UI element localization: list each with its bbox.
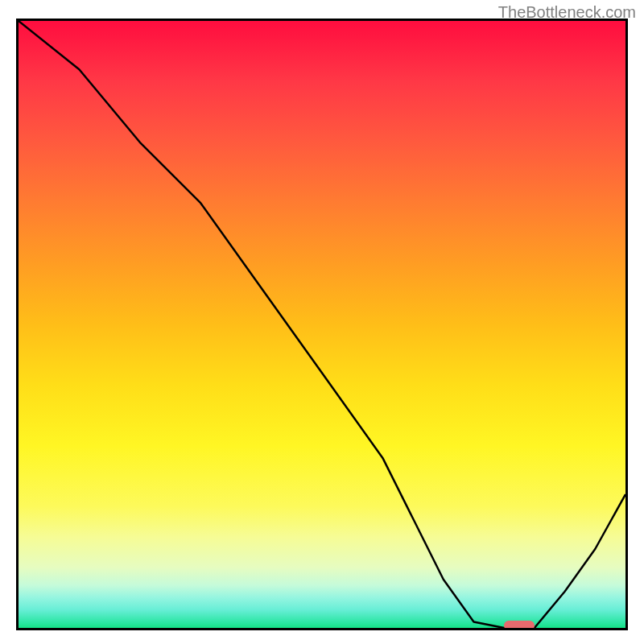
bottleneck-curve-path bbox=[19, 21, 625, 628]
plot-area bbox=[16, 19, 628, 630]
watermark-text: TheBottleneck.com bbox=[498, 3, 636, 22]
curve-line bbox=[19, 21, 625, 628]
chart-container: TheBottleneck.com bbox=[0, 0, 644, 644]
optimal-marker bbox=[504, 621, 535, 630]
